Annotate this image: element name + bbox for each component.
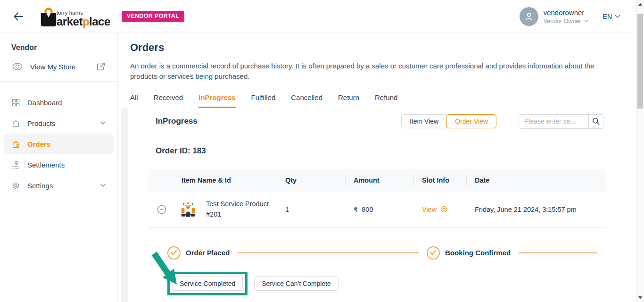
svg-text:$: $ [16,161,17,164]
service-completed-button[interactable]: Service Completed [172,277,243,291]
inprogress-card: InProgress Item View Order View [149,108,606,302]
scrollbar-up-arrow[interactable] [636,0,644,8]
search-box [519,114,603,129]
scrollbar-down-arrow[interactable] [636,294,644,302]
item-view-button[interactable]: Item View [401,114,447,128]
product-thumbnail [180,201,196,218]
external-link-icon[interactable] [96,61,106,72]
check-icon [171,250,177,255]
sidebar-menu: Dashboard Products Orders $ [0,82,117,206]
sidebar-item-products[interactable]: Products [4,113,114,134]
page-description: An order is a commercial record of purch… [130,61,624,82]
panel-scrollbar[interactable] [121,108,128,302]
view-my-store-link[interactable]: View My Store [0,58,117,81]
shopping-bag-logo-icon [39,6,58,27]
workflow-connector [519,252,597,253]
marketplace-logo: torry harris arketplace [39,6,110,27]
scrollbar-thumb[interactable] [637,14,643,109]
sidebar-item-settlements[interactable]: $ Settlements [4,154,114,175]
slot-info-view-link[interactable]: View [413,206,466,213]
table-header-row: Item Name & Id Qty Amount Slot Info Date [149,169,606,192]
orders-bag-icon [11,140,20,149]
vendor-portal-badge: VENDOR PORTAL [122,11,184,22]
tab-return[interactable]: Return [338,93,359,108]
logo-brand: arketplace [57,16,110,27]
item-amount: ₹ 800 [345,206,413,213]
tab-cancelled[interactable]: Cancelled [291,93,322,108]
tab-received[interactable]: Received [154,93,183,108]
search-button[interactable] [588,115,603,128]
col-qty: Qty [277,169,345,192]
view-toggle: Item View Order View [401,114,496,128]
settlements-icon: $ [11,160,20,169]
user-menu[interactable]: vendorowner Vendor Owner [520,7,589,26]
col-amount: Amount [345,169,413,192]
user-role[interactable]: Vendor Owner [544,18,589,25]
settings-gear-icon [11,181,20,190]
order-id-label: Order ID: 183 [156,146,606,156]
products-bag-icon [11,119,20,128]
order-actions: Service Completed Service Can't Complete [149,272,606,295]
service-completed-highlight-box: Service Completed [167,272,248,295]
user-name: vendorowner [544,8,589,17]
order-status-tabs: All Received InProgress Fulfilled Cancel… [130,93,624,108]
eye-icon [440,206,448,212]
top-bar: torry harris arketplace VENDOR PORTAL ve… [0,0,644,33]
col-slot-info: Slot Info [413,169,466,192]
search-input[interactable] [519,115,588,128]
workflow-step-order-placed: Order Placed [186,249,230,257]
order-date: Friday, June 21 2024, 3:15:57 pm [466,206,606,213]
table-row: Test Service Product #201 1 ₹ 800 View [149,192,606,228]
order-workflow: Order Placed Booking Confirmed [149,246,606,260]
page-title: Orders [130,42,624,54]
tab-fulfilled[interactable]: Fulfilled [251,93,276,108]
sidebar: Vendor View My Store Dashboard [0,33,118,302]
view-my-store-label: View My Store [30,63,96,71]
workflow-connector [238,252,419,253]
currency-symbol: ₹ [354,206,358,213]
tab-panel: InProgress Item View Order View [118,108,636,302]
panel-heading: InProgress [156,117,198,126]
dashboard-icon [11,98,20,107]
chevron-down-icon [584,19,589,23]
chevron-down-icon [615,15,620,18]
language-selector[interactable]: EN [603,13,620,20]
item-name-and-id: Test Service Product #201 [206,199,269,220]
person-icon [523,11,535,22]
item-qty: 1 [277,206,345,213]
check-icon [430,250,437,255]
service-cant-complete-button[interactable]: Service Can't Complete [254,276,339,291]
chevron-down-icon [100,121,106,125]
step-done-icon [167,246,181,260]
workflow-step-booking-confirmed: Booking Confirmed [445,249,511,257]
order-view-button[interactable]: Order View [446,114,496,128]
back-button[interactable] [10,8,26,25]
main-content: Orders An order is a commercial record o… [118,33,636,302]
col-item-name: Item Name & Id [149,169,277,192]
sidebar-item-settings[interactable]: Settings [4,175,114,196]
tab-refund[interactable]: Refund [375,93,397,108]
order-items-table: Item Name & Id Qty Amount Slot Info Date [149,169,606,228]
chevron-down-icon [100,184,106,187]
avatar [520,7,538,26]
sidebar-item-orders[interactable]: Orders [4,134,114,154]
vertical-scrollbar[interactable] [636,0,644,302]
sidebar-item-dashboard[interactable]: Dashboard [4,92,114,113]
back-arrow-icon [12,10,25,23]
sidebar-section-title: Vendor [0,36,117,58]
col-date: Date [466,169,606,192]
search-icon [592,117,600,126]
tab-inprogress[interactable]: InProgress [198,93,235,108]
collapse-row-icon[interactable] [157,205,166,214]
tab-all[interactable]: All [130,93,138,108]
eye-icon [11,62,24,71]
step-done-icon [427,246,440,260]
